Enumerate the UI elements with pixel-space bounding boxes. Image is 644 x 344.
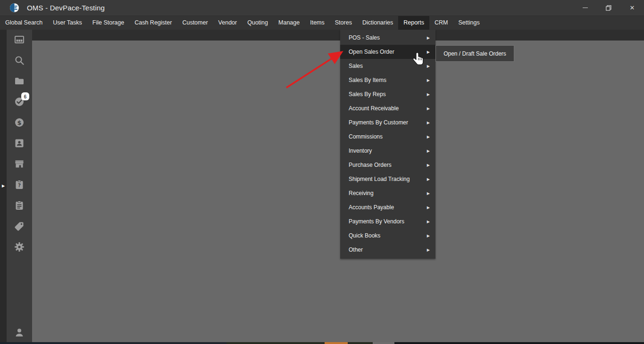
submenu-arrow-icon: ▶ xyxy=(427,78,430,82)
taskbar-sliver xyxy=(0,342,644,344)
submenu-arrow-icon: ▶ xyxy=(427,177,430,181)
menu-item-shipment-load-tracking[interactable]: Shipment Load Tracking ▶ xyxy=(340,172,435,186)
sidebar-item-tasks[interactable]: 6 xyxy=(14,97,25,107)
menu-item-pos-sales[interactable]: POS - Sales ▶ xyxy=(340,31,435,45)
titlebar: OMS - DevPace-Testing ✕ xyxy=(0,0,644,16)
folder-icon xyxy=(14,76,25,86)
menu-dictionaries[interactable]: Dictionaries xyxy=(357,16,398,30)
clipboard-list-icon xyxy=(14,200,25,211)
menu-item-payments-by-vendors[interactable]: Payments By Vendors ▶ xyxy=(340,214,435,229)
reports-dropdown-menu: POS - Sales ▶ Open Sales Order ▶ Sales ▶… xyxy=(340,30,435,259)
menu-user-tasks[interactable]: User Tasks xyxy=(48,16,87,30)
menu-settings[interactable]: Settings xyxy=(453,16,485,30)
menu-crm[interactable]: CRM xyxy=(429,16,453,30)
menubar: Global Search User Tasks File Storage Ca… xyxy=(0,16,644,30)
submenu-arrow-icon: ▶ xyxy=(427,92,430,97)
svg-text:?: ? xyxy=(18,182,21,188)
contact-card-icon xyxy=(14,138,25,148)
menu-item-purchase-orders[interactable]: Purchase Orders ▶ xyxy=(340,158,435,172)
menu-vendor[interactable]: Vendor xyxy=(213,16,243,30)
open-sales-order-submenu: Open / Draft Sale Orders xyxy=(435,45,514,62)
clipboard-question-icon: ? xyxy=(14,180,25,190)
submenu-arrow-icon: ▶ xyxy=(427,106,430,111)
app-logo-icon xyxy=(10,3,19,12)
submenu-arrow-icon: ▶ xyxy=(427,149,430,153)
menu-item-open-draft-sale-orders[interactable]: Open / Draft Sale Orders xyxy=(436,46,514,61)
close-button[interactable]: ✕ xyxy=(620,0,644,16)
sidebar-item-orders-list[interactable] xyxy=(14,200,25,211)
menu-item-sales-by-reps[interactable]: Sales By Reps ▶ xyxy=(340,87,435,101)
menu-item-account-receivable[interactable]: Account Receivable ▶ xyxy=(340,101,435,115)
submenu-arrow-icon: ▶ xyxy=(427,135,430,139)
menu-item-sales[interactable]: Sales ▶ xyxy=(340,59,435,73)
submenu-arrow-icon: ▶ xyxy=(427,50,430,54)
menu-item-payments-by-customer[interactable]: Payments By Customer ▶ xyxy=(340,115,435,130)
sidebar-item-labels[interactable] xyxy=(14,221,25,231)
menu-items[interactable]: Items xyxy=(305,16,330,30)
minimize-button[interactable] xyxy=(573,0,597,16)
menu-item-sales-by-items[interactable]: Sales By Items ▶ xyxy=(340,73,435,87)
window-controls: ✕ xyxy=(573,0,644,16)
submenu-arrow-icon: ▶ xyxy=(427,248,430,252)
menu-customer[interactable]: Customer xyxy=(177,16,213,30)
menu-item-other[interactable]: Other ▶ xyxy=(340,243,435,257)
submenu-arrow-icon: ▶ xyxy=(427,36,430,40)
tab-strip-area xyxy=(32,30,644,41)
sidebar-item-dashboard[interactable] xyxy=(14,34,25,45)
user-icon xyxy=(14,327,25,338)
taskbar-segment xyxy=(80,342,226,344)
sidebar-item-payments[interactable]: $ xyxy=(14,117,25,128)
tag-icon xyxy=(14,221,25,231)
store-icon xyxy=(14,159,25,169)
menu-item-quick-books[interactable]: Quick Books ▶ xyxy=(340,229,435,243)
menu-item-inventory[interactable]: Inventory ▶ xyxy=(340,144,435,158)
minimize-icon xyxy=(583,8,588,8)
dashboard-icon xyxy=(14,34,25,45)
submenu-arrow-icon: ▶ xyxy=(427,191,430,196)
submenu-arrow-icon: ▶ xyxy=(427,64,430,68)
sidebar-item-search[interactable] xyxy=(14,55,25,66)
tasks-count-badge: 6 xyxy=(21,92,29,100)
submenu-arrow-icon: ▶ xyxy=(427,234,430,238)
app-window: OMS - DevPace-Testing ✕ Global Search Us… xyxy=(0,0,644,344)
menu-cash-register[interactable]: Cash Register xyxy=(129,16,177,30)
gear-icon xyxy=(14,242,25,252)
sidebar-item-settings[interactable] xyxy=(14,242,25,252)
dollar-icon: $ xyxy=(14,117,25,128)
svg-text:$: $ xyxy=(17,119,21,126)
menu-manage[interactable]: Manage xyxy=(273,16,305,30)
menu-quoting[interactable]: Quoting xyxy=(242,16,273,30)
restore-button[interactable] xyxy=(597,0,620,16)
menu-item-accounts-payable[interactable]: Accounts Payable ▶ xyxy=(340,200,435,214)
taskbar-segment xyxy=(394,342,644,344)
sidebar-item-files[interactable] xyxy=(14,76,25,86)
menu-stores[interactable]: Stores xyxy=(330,16,357,30)
taskbar-segment xyxy=(0,342,80,344)
submenu-arrow-icon: ▶ xyxy=(427,121,430,125)
taskbar-segment xyxy=(348,342,373,344)
window-title: OMS - DevPace-Testing xyxy=(27,4,105,12)
sidebar-item-help-tasks[interactable]: ? xyxy=(14,180,25,190)
submenu-arrow-icon: ▶ xyxy=(427,220,430,224)
submenu-arrow-icon: ▶ xyxy=(427,205,430,210)
sidebar-item-contacts[interactable] xyxy=(14,138,25,148)
menu-global-search[interactable]: Global Search xyxy=(0,16,48,30)
menu-file-storage[interactable]: File Storage xyxy=(87,16,129,30)
taskbar-segment xyxy=(226,342,325,344)
taskbar-segment-gray xyxy=(373,342,394,344)
panel-expander-arrow-icon[interactable]: ▶ xyxy=(0,181,6,190)
menu-item-receiving[interactable]: Receiving ▶ xyxy=(340,186,435,200)
restore-icon xyxy=(606,5,611,11)
menu-item-commissions[interactable]: Commissions ▶ xyxy=(340,130,435,144)
submenu-arrow-icon: ▶ xyxy=(427,163,430,167)
sidebar: 6 $ ? xyxy=(7,30,32,342)
menu-reports[interactable]: Reports xyxy=(398,16,429,30)
sidebar-item-stores[interactable] xyxy=(14,159,25,169)
sidebar-item-user[interactable] xyxy=(7,327,32,339)
menu-item-open-sales-order[interactable]: Open Sales Order ▶ xyxy=(340,45,435,59)
search-icon xyxy=(14,55,25,66)
close-icon: ✕ xyxy=(630,4,635,11)
taskbar-segment-active-orange xyxy=(325,342,348,344)
